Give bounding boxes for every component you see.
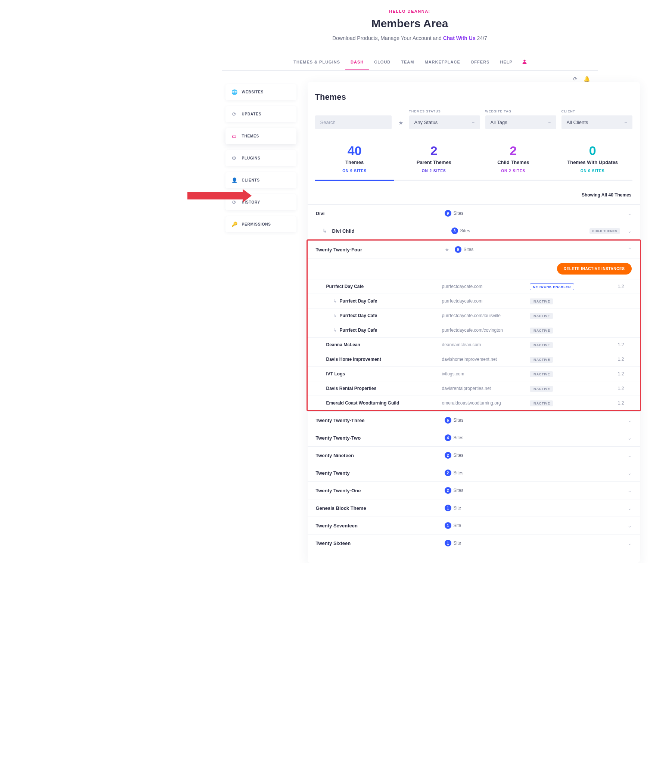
updates-icon: ⟳ [231,111,237,117]
child-theme-tag: CHILD THEMES [590,228,620,234]
chevron-down-icon: ⌄ [628,453,632,458]
subsite-icon: ↳ [333,328,337,333]
nav-tab-help[interactable]: HELP [495,54,517,70]
permissions-icon: 🔑 [231,221,237,227]
panel-title: Themes [307,89,640,109]
plugins-icon: ⚙ [231,156,237,161]
stat-tab-themes-with-updates[interactable]: 0Themes With UpdatesON 0 SITES [553,140,632,180]
sidebar-item-permissions[interactable]: 🔑PERMISSIONS [225,216,296,232]
sidebar-item-websites[interactable]: 🌐WEBSITES [225,84,296,100]
chevron-down-icon: ⌄ [628,488,632,493]
theme-row[interactable]: Twenty Nineteen2Sites⌄ [307,446,640,464]
refresh-icon[interactable]: ⟳ [573,76,577,82]
nav-tab-team[interactable]: TEAM [396,54,419,70]
instance-url: ivtlogs.com [442,371,530,376]
instance-row[interactable]: ↳Purrfect Day Cafepurrfectdaycafe.com/co… [307,323,640,337]
instance-row[interactable]: Purrfect Day Cafepurrfectdaycafe.comNETW… [307,279,640,294]
star-filter-icon[interactable]: ★ [397,117,404,129]
inactive-badge: INACTIVE [530,299,553,305]
sidebar-item-plugins[interactable]: ⚙PLUGINS [225,150,296,166]
theme-row[interactable]: ↳Divi Child3SitesCHILD THEMES⌄ [307,222,640,240]
filter-select-themes-status[interactable]: Any Status [409,115,480,129]
stats-underline [315,180,632,181]
nav-tab-dash[interactable]: DASH [345,54,369,70]
instance-version: 1.2 [604,386,632,391]
instance-url: davishomeimprovement.net [442,357,530,362]
instance-row[interactable]: ↳Purrfect Day Cafepurrfectdaycafe.comINA… [307,294,640,308]
instance-row[interactable]: IVT Logsivtlogs.comINACTIVE1.2 [307,366,640,381]
instance-row[interactable]: Deanna McLeandeannamclean.comINACTIVE1.2 [307,337,640,352]
site-count-badge: 3 [452,227,458,234]
instance-version: 1.2 [604,400,632,406]
site-count-badge: 4 [445,434,452,441]
instance-version: 1.2 [604,371,632,376]
inactive-badge: INACTIVE [530,342,553,348]
sidebar: 🌐WEBSITES⟳UPDATES▭THEMES⚙PLUGINS👤CLIENTS… [225,82,296,238]
main-panel: Themes ★ THEMES STATUSAny StatusWEBSITE … [307,82,640,563]
star-icon[interactable]: ★ [445,247,450,252]
stat-tab-child-themes[interactable]: 2Child ThemesON 2 SITES [474,140,553,180]
stat-tab-parent-themes[interactable]: 2Parent ThemesON 2 SITES [394,140,474,180]
page-title: Members Area [222,17,598,30]
instance-row[interactable]: Davis Home Improvementdavishomeimproveme… [307,352,640,366]
site-count-badge: 9 [455,246,461,253]
theme-row[interactable]: Twenty Twenty-Two4Sites⌄ [307,429,640,446]
theme-row[interactable]: Twenty Twenty-One2Sites⌄ [307,481,640,499]
site-count-badge: 9 [445,210,452,217]
instance-url: purrfectdaycafe.com/louisville [442,313,530,318]
svg-point-0 [523,60,525,62]
inactive-badge: INACTIVE [530,328,553,334]
filter-label: THEMES STATUS [409,109,480,113]
user-icon[interactable] [518,59,531,66]
sidebar-item-themes[interactable]: ▭THEMES [225,128,296,144]
instance-url: davisrentalproperties.net [442,386,530,391]
theme-row[interactable]: Twenty Sixteen1Site⌄ [307,534,640,552]
theme-row-expanded[interactable]: Twenty Twenty-Four ★ 9 Sites ⌃ [307,241,640,258]
chevron-down-icon: ⌄ [628,418,632,423]
bell-icon[interactable]: 🔔 [584,76,594,82]
instance-row[interactable]: ↳Purrfect Day Cafepurrfectdaycafe.com/lo… [307,308,640,323]
nav-tab-offers[interactable]: OFFERS [466,54,495,70]
theme-row[interactable]: Twenty Seventeen1Site⌄ [307,516,640,534]
filter-label: WEBSITE TAG [485,109,556,113]
instance-row[interactable]: Davis Rental Propertiesdavisrentalproper… [307,381,640,395]
showing-label: Showing All 40 Themes [307,188,640,204]
sidebar-item-clients[interactable]: 👤CLIENTS [225,172,296,188]
nav-tab-cloud[interactable]: CLOUD [369,54,396,70]
theme-row[interactable]: Divi9Sites⌄ [307,204,640,222]
chat-link[interactable]: Chat With Us [443,35,476,41]
instance-row[interactable]: Emerald Coast Woodturning Guildemeraldco… [307,395,640,410]
instance-version: 1.2 [604,284,632,289]
instance-url: purrfectdaycafe.com/covington [442,328,530,333]
tagline: Download Products, Manage Your Account a… [222,35,598,41]
filters-row: ★ THEMES STATUSAny StatusWEBSITE TAGAll … [307,109,640,137]
instance-url: emeraldcoastwoodturning.org [442,400,530,406]
theme-row[interactable]: Twenty Twenty-Three6Sites⌄ [307,411,640,429]
top-icons: ⟳ 🔔 [222,71,598,82]
site-count-badge: 1 [445,522,452,529]
sidebar-item-updates[interactable]: ⟳UPDATES [225,106,296,122]
chevron-down-icon: ⌄ [628,228,632,234]
clients-icon: 👤 [231,177,237,183]
themes-icon: ▭ [231,133,237,139]
instance-version: 1.2 [604,357,632,362]
nav-tab-themes-plugins[interactable]: THEMES & PLUGINS [288,54,345,70]
instance-url: purrfectdaycafe.com [442,284,530,289]
filter-select-website-tag[interactable]: All Tags [485,115,556,129]
nav-tab-marketplace[interactable]: MARKETPLACE [419,54,465,70]
search-input[interactable] [315,115,392,129]
stat-tab-themes[interactable]: 40ThemesON 9 SITES [315,140,394,180]
inactive-badge: INACTIVE [530,357,553,363]
site-count-badge: 2 [445,487,452,494]
theme-row[interactable]: Twenty Twenty2Sites⌄ [307,464,640,481]
highlighted-theme-box: Twenty Twenty-Four ★ 9 Sites ⌃ DELETE IN… [307,240,641,411]
site-count-badge: 1 [445,505,452,511]
delete-inactive-button[interactable]: DELETE INACTIVE INSTANCES [557,263,632,275]
filter-label: CLIENT [562,109,632,113]
filter-select-client[interactable]: All Clients [562,115,632,129]
theme-row[interactable]: Genesis Block Theme1Site⌄ [307,499,640,516]
greeting: HELLO DEANNA! [222,9,598,14]
chevron-down-icon: ⌄ [628,435,632,441]
chevron-down-icon: ⌄ [628,506,632,511]
chevron-up-icon: ⌃ [628,247,632,252]
